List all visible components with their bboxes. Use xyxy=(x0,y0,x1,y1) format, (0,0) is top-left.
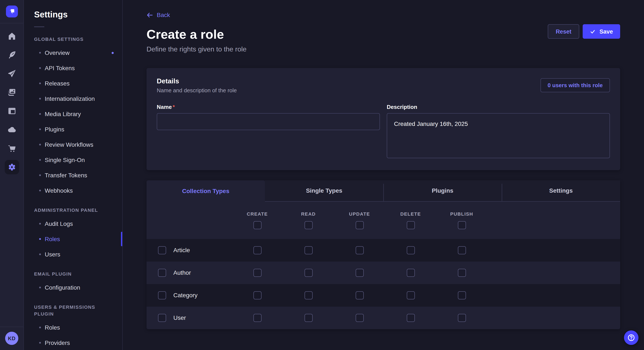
section-administration-panel: ADMINISTRATION PANEL Audit Logs Roles Us… xyxy=(24,207,122,262)
article-publish-checkbox[interactable] xyxy=(458,246,466,254)
select-all-update-checkbox[interactable] xyxy=(356,221,364,229)
content-type-name: Article xyxy=(173,247,190,253)
notification-dot xyxy=(112,52,114,54)
category-delete-checkbox[interactable] xyxy=(406,291,415,299)
tab-collection-types[interactable]: Collection Types xyxy=(146,180,265,201)
user-avatar[interactable]: KD xyxy=(5,332,18,345)
content-feather-icon[interactable] xyxy=(6,50,17,60)
details-card: Details Name and description of the role… xyxy=(146,68,620,170)
name-field: Name* xyxy=(157,104,380,160)
author-publish-checkbox[interactable] xyxy=(458,269,466,277)
author-create-checkbox[interactable] xyxy=(253,269,261,277)
marketplace-cart-icon[interactable] xyxy=(6,143,17,154)
column-label-read: READ xyxy=(301,211,316,216)
article-create-checkbox[interactable] xyxy=(253,246,261,254)
sidebar-item-providers[interactable]: Providers xyxy=(24,335,122,350)
sidebar-item-transfer-tokens[interactable]: Transfer Tokens xyxy=(24,168,122,183)
main-nav-rail: KD xyxy=(0,0,24,350)
sidebar-item-api-tokens[interactable]: API Tokens xyxy=(24,60,122,76)
user-row-checkbox[interactable] xyxy=(158,314,166,322)
name-input[interactable] xyxy=(157,113,380,130)
settings-gear-icon[interactable] xyxy=(4,160,19,174)
select-all-read-checkbox[interactable] xyxy=(304,221,312,229)
bullet-icon xyxy=(39,238,41,240)
strapi-admin-app: KD Settings GLOBAL SETTINGS Overview API… xyxy=(0,0,644,350)
author-read-checkbox[interactable] xyxy=(304,269,312,277)
description-input[interactable]: Created January 16th, 2025 xyxy=(387,113,610,158)
article-row-checkbox[interactable] xyxy=(158,246,166,254)
sidebar-item-overview[interactable]: Overview xyxy=(24,45,122,60)
content-type-name: User xyxy=(173,314,186,321)
column-label-delete: DELETE xyxy=(400,211,421,216)
strapi-mark-icon xyxy=(8,7,16,16)
select-all-create-checkbox[interactable] xyxy=(253,221,261,229)
sidebar-item-review-workflows[interactable]: Review Workflows xyxy=(24,137,122,152)
tab-plugins[interactable]: Plugins xyxy=(383,180,502,201)
column-delete: DELETE xyxy=(385,201,436,239)
category-update-checkbox[interactable] xyxy=(356,291,364,299)
column-label-create: CREATE xyxy=(247,211,268,216)
article-read-checkbox[interactable] xyxy=(304,246,312,254)
title-divider xyxy=(34,26,44,27)
tab-single-types[interactable]: Single Types xyxy=(265,180,383,201)
bullet-icon xyxy=(39,223,41,224)
article-update-checkbox[interactable] xyxy=(356,246,364,254)
reset-button[interactable]: Reset xyxy=(548,24,580,39)
home-icon[interactable] xyxy=(6,31,17,41)
sidebar-item-releases[interactable]: Releases xyxy=(24,76,122,91)
permissions-tabs: Collection Types Single Types Plugins Se… xyxy=(146,180,620,201)
category-create-checkbox[interactable] xyxy=(253,291,261,299)
release-plane-icon[interactable] xyxy=(6,68,17,79)
user-publish-checkbox[interactable] xyxy=(458,314,466,322)
sidebar-item-internationalization[interactable]: Internationalization xyxy=(24,91,122,106)
permissions-card: Collection Types Single Types Plugins Se… xyxy=(146,180,620,329)
bullet-icon xyxy=(39,287,41,288)
cloud-icon[interactable] xyxy=(6,125,17,135)
category-row-checkbox[interactable] xyxy=(158,291,166,299)
author-delete-checkbox[interactable] xyxy=(406,269,415,277)
author-row-checkbox[interactable] xyxy=(158,269,166,277)
strapi-logo[interactable] xyxy=(6,5,18,17)
author-update-checkbox[interactable] xyxy=(356,269,364,277)
bullet-icon xyxy=(39,67,41,69)
column-label-publish: PUBLISH xyxy=(450,211,473,216)
sidebar-item-users[interactable]: Users xyxy=(24,247,122,262)
save-button[interactable]: Save xyxy=(583,24,620,39)
section-header: EMAIL PLUGIN xyxy=(24,270,122,277)
section-global-settings: GLOBAL SETTINGS Overview API Tokens Rele… xyxy=(24,36,122,198)
users-with-role-button[interactable]: 0 users with this role xyxy=(540,78,610,92)
sidebar-item-webhooks[interactable]: Webhooks xyxy=(24,183,122,198)
content-type-builder-icon[interactable] xyxy=(6,106,17,116)
sidebar-item-media-library[interactable]: Media Library xyxy=(24,106,122,122)
check-icon xyxy=(590,29,596,34)
page-subtitle: Define the rights given to the role xyxy=(146,45,620,53)
sidebar-item-roles[interactable]: Roles xyxy=(24,231,122,247)
user-create-checkbox[interactable] xyxy=(253,314,261,322)
media-library-icon[interactable] xyxy=(6,87,17,97)
article-delete-checkbox[interactable] xyxy=(406,246,415,254)
bullet-icon xyxy=(39,342,41,344)
user-read-checkbox[interactable] xyxy=(304,314,312,322)
sidebar-item-configuration[interactable]: Configuration xyxy=(24,280,122,295)
bullet-icon xyxy=(39,190,41,191)
select-all-publish-checkbox[interactable] xyxy=(458,221,466,229)
back-label: Back xyxy=(157,11,170,18)
bullet-icon xyxy=(39,82,41,84)
sidebar-item-up-roles[interactable]: Roles xyxy=(24,320,122,335)
help-button[interactable] xyxy=(624,331,638,345)
permission-row-category: Category xyxy=(146,284,620,306)
section-header: ADMINISTRATION PANEL xyxy=(24,207,122,213)
tab-settings[interactable]: Settings xyxy=(502,180,620,201)
bullet-icon xyxy=(39,174,41,176)
category-publish-checkbox[interactable] xyxy=(458,291,466,299)
section-header: USERS & PERMISSIONS PLUGIN xyxy=(24,304,122,317)
sidebar-item-single-sign-on[interactable]: Single Sign-On xyxy=(24,152,122,168)
select-all-delete-checkbox[interactable] xyxy=(406,221,415,229)
category-read-checkbox[interactable] xyxy=(304,291,312,299)
sidebar-item-audit-logs[interactable]: Audit Logs xyxy=(24,216,122,231)
sidebar-item-plugins[interactable]: Plugins xyxy=(24,122,122,137)
user-update-checkbox[interactable] xyxy=(356,314,364,322)
back-link[interactable]: Back xyxy=(146,11,170,18)
user-delete-checkbox[interactable] xyxy=(406,314,415,322)
description-label: Description xyxy=(387,104,610,110)
